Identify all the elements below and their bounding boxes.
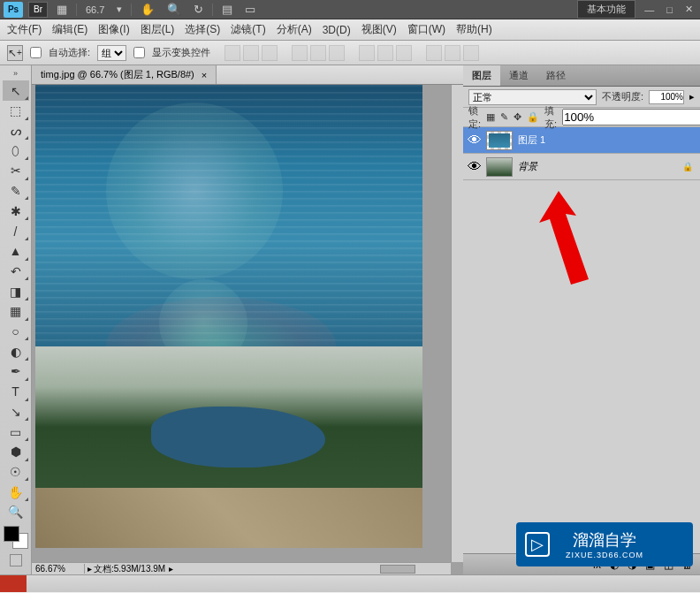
show-transform-label: 显示变换控件 (152, 46, 210, 59)
move-tool[interactable]: ↖ (3, 80, 29, 101)
distribute-left-icon[interactable] (426, 45, 442, 61)
workspace-switcher[interactable]: 基本功能 (577, 0, 635, 19)
layers-panel: 正常 不透明度: ▸ 锁定: ▦ ✎ ✥ 🔒 填充: ▸ 👁 图层 1 (463, 87, 700, 574)
visibility-icon[interactable]: 👁 (463, 133, 486, 148)
visibility-icon[interactable]: 👁 (463, 159, 486, 175)
align-right-icon[interactable] (329, 45, 345, 61)
lock-transparency-icon[interactable]: ▦ (486, 111, 495, 124)
lock-all-icon[interactable]: 🔒 (527, 111, 539, 124)
lock-position-icon[interactable]: ✥ (514, 111, 521, 124)
close-tab-icon[interactable]: × (202, 70, 207, 80)
menu-file[interactable]: 文件(F) (7, 22, 42, 37)
tab-layers[interactable]: 图层 (463, 65, 500, 86)
lasso-tool[interactable]: ᔕ (3, 121, 29, 141)
menu-3d[interactable]: 3D(D) (323, 24, 351, 36)
menu-layer[interactable]: 图层(L) (141, 22, 175, 37)
app-titlebar: Ps Br ▦ 66.7 ▾ ✋ 🔍 ↻ ▤ ▭ 基本功能 — □ ✕ (0, 0, 700, 19)
distribute-bottom-icon[interactable] (396, 45, 412, 61)
watermark-text: 溜溜自学 (573, 529, 636, 551)
dodge-tool[interactable]: ◐ (3, 341, 29, 361)
distribute-hcenter-icon[interactable] (445, 45, 460, 61)
arrange-docs-icon[interactable]: ▤ (218, 3, 236, 16)
distribute-right-icon[interactable] (463, 45, 479, 61)
zoom-tool-icon[interactable]: 🔍 (164, 3, 185, 16)
rotate-tool-icon[interactable]: ↻ (190, 3, 207, 16)
play-icon: ▷ (525, 532, 550, 557)
tab-paths[interactable]: 路径 (537, 65, 574, 86)
status-warning-icon (0, 575, 27, 592)
canvas[interactable] (35, 85, 422, 548)
shape-tool[interactable]: ▭ (3, 422, 29, 442)
status-arrow-icon[interactable]: ▸ (85, 564, 94, 574)
dropdown-icon[interactable]: ▾ (113, 4, 126, 15)
auto-select-checkbox[interactable] (30, 47, 42, 58)
pen-tool[interactable]: ✒ (3, 361, 29, 382)
align-top-icon[interactable] (224, 45, 240, 61)
minimize-button[interactable]: — (641, 4, 658, 15)
align-hcenter-icon[interactable] (310, 45, 326, 61)
fill-input[interactable] (562, 109, 700, 125)
distribute-vcenter-icon[interactable] (377, 45, 393, 61)
history-brush-tool[interactable]: ↶ (3, 262, 29, 282)
path-select-tool[interactable]: ↘ (3, 402, 29, 422)
align-left-icon[interactable] (292, 45, 308, 61)
menu-window[interactable]: 窗口(W) (407, 22, 445, 37)
vertical-scrollbar[interactable] (451, 85, 463, 562)
minibridge-icon[interactable]: ▦ (53, 3, 71, 16)
zoom-tool[interactable]: 🔍 (3, 502, 29, 522)
move-tool-indicator[interactable]: ↖+ (7, 45, 23, 61)
gradient-tool[interactable]: ▦ (3, 301, 29, 322)
menu-select[interactable]: 选择(S) (185, 22, 220, 37)
eraser-tool[interactable]: ◨ (3, 281, 29, 301)
menu-image[interactable]: 图像(I) (98, 22, 129, 37)
layer-item[interactable]: 👁 背景 🔒 (463, 154, 700, 180)
align-vcenter-icon[interactable] (243, 45, 259, 61)
layer-thumbnail[interactable] (486, 157, 513, 177)
hand-tool[interactable]: ✋ (3, 482, 29, 502)
zoom-value[interactable]: 66.7 (82, 4, 108, 15)
hand-tool-icon[interactable]: ✋ (137, 3, 158, 16)
menu-view[interactable]: 视图(V) (361, 22, 397, 37)
screen-mode-icon[interactable]: ▭ (241, 3, 259, 16)
3d-camera-tool[interactable]: ☉ (3, 462, 29, 483)
horizontal-scrollbar[interactable] (380, 565, 415, 574)
foreground-color[interactable] (4, 526, 19, 542)
marquee-tool[interactable]: ⬚ (3, 101, 29, 121)
close-button[interactable]: ✕ (681, 4, 696, 15)
auto-select-dropdown[interactable]: 组 (97, 45, 126, 61)
distribute-top-icon[interactable] (359, 45, 375, 61)
type-tool[interactable]: T (3, 382, 29, 402)
bridge-icon[interactable]: Br (28, 2, 48, 18)
eyedropper-tool[interactable]: ✎ (3, 181, 29, 201)
quick-mask-toggle[interactable] (3, 554, 29, 573)
blur-tool[interactable]: ○ (3, 322, 29, 342)
quick-select-tool[interactable]: ⬯ (3, 141, 29, 161)
maximize-button[interactable]: □ (663, 4, 676, 15)
layer-name[interactable]: 背景 (518, 160, 682, 173)
layer-item[interactable]: 👁 图层 1 (463, 127, 700, 154)
collapse-toolbox-icon[interactable]: » (0, 69, 31, 80)
opacity-stepper-icon[interactable]: ▸ (689, 91, 695, 103)
layer-name[interactable]: 图层 1 (518, 133, 700, 147)
crop-tool[interactable]: ✂ (3, 161, 29, 181)
stamp-tool[interactable]: ▲ (3, 241, 29, 262)
tab-channels[interactable]: 通道 (500, 65, 537, 86)
menu-help[interactable]: 帮助(H) (456, 22, 492, 37)
menu-filter[interactable]: 滤镜(T) (231, 22, 265, 37)
menu-edit[interactable]: 编辑(E) (52, 22, 88, 37)
zoom-field[interactable]: 66.67% (32, 564, 85, 574)
show-transform-checkbox[interactable] (133, 47, 145, 58)
layer-thumbnail[interactable] (486, 131, 513, 150)
brush-tool[interactable]: / (3, 221, 29, 241)
document-tab[interactable]: timg.jpg @ 66.7% (图层 1, RGB/8#) × (32, 65, 217, 84)
opacity-input[interactable] (649, 90, 684, 104)
healing-tool[interactable]: ✱ (3, 201, 29, 221)
align-bottom-icon[interactable] (262, 45, 278, 61)
3d-tool[interactable]: ⬢ (3, 442, 29, 462)
doc-info-arrow-icon[interactable]: ▸ (169, 564, 173, 574)
menu-analyze[interactable]: 分析(A) (277, 22, 312, 37)
lock-image-icon[interactable]: ✎ (500, 111, 508, 124)
blend-mode-dropdown[interactable]: 正常 (468, 89, 597, 105)
lens-flare (106, 297, 336, 346)
color-swatches[interactable] (4, 526, 28, 549)
